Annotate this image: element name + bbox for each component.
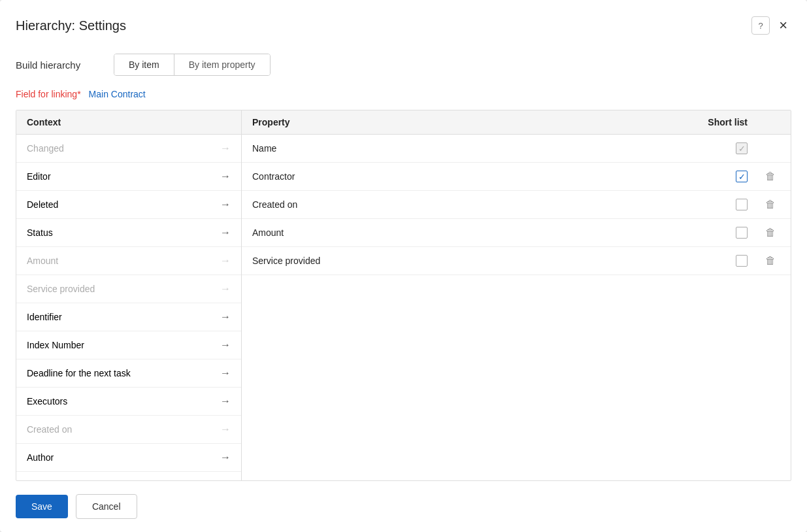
right-panel: Property Short list Name ✓ Contractor ✓ … [242, 110, 791, 480]
context-item: Service provided → [16, 275, 241, 303]
context-item[interactable]: Deleted → [16, 191, 241, 219]
save-button[interactable]: Save [16, 495, 68, 518]
delete-icon[interactable]: 🗑 [765, 255, 776, 267]
checkbox-area [682, 255, 761, 267]
col-shortlist-header: Short list [676, 117, 780, 127]
cancel-button[interactable]: Cancel [76, 494, 137, 519]
shortlist-checkbox: ✓ [736, 142, 748, 154]
arrow-icon: → [220, 339, 231, 351]
arrow-icon: → [220, 283, 231, 295]
arrow-icon: → [220, 395, 231, 407]
context-item-label: Executors [27, 396, 67, 407]
context-item-label: Editor [27, 171, 51, 182]
tab-group: By item By item property [114, 54, 271, 76]
right-panel-header: Property Short list [242, 110, 791, 135]
context-item-label: Identifier [27, 312, 62, 322]
context-item-label: Deleted [27, 199, 58, 210]
context-item-label: Amount [27, 256, 58, 266]
checkbox-area: ✓ [682, 142, 761, 154]
context-item-label: Service provided [27, 284, 95, 294]
build-hierarchy-label: Build hierarchy [16, 59, 101, 71]
context-item-label: Status [27, 227, 53, 238]
delete-icon[interactable]: 🗑 [765, 171, 776, 182]
delete-area: 🗑 [761, 255, 780, 267]
context-item-label: Deadline for the next task [27, 368, 131, 378]
field-linking-value[interactable]: Main Contract [89, 89, 146, 99]
context-item[interactable]: Editor → [16, 163, 241, 191]
property-row: Amount 🗑 [242, 219, 791, 247]
dialog-header: Hierarchy: Settings ? × [16, 16, 791, 35]
delete-area: 🗑 [761, 171, 780, 182]
context-item: Created on → [16, 416, 241, 444]
property-row: Contractor ✓ 🗑 [242, 163, 791, 191]
property-name: Amount [252, 227, 682, 238]
shortlist-checkbox[interactable]: ✓ [736, 171, 748, 182]
checkbox-area [682, 199, 761, 210]
footer: Save Cancel [16, 494, 791, 519]
arrow-icon: → [220, 452, 231, 463]
delete-icon[interactable]: 🗑 [765, 199, 776, 210]
context-item[interactable]: Deadline for the next task → [16, 359, 241, 388]
property-name: Created on [252, 199, 682, 210]
property-list: Name ✓ Contractor ✓ 🗑 Created on 🗑 [242, 135, 791, 480]
property-row: Created on 🗑 [242, 191, 791, 219]
arrow-icon: → [220, 171, 231, 182]
arrow-icon: → [220, 311, 231, 323]
header-actions: ? × [751, 16, 791, 35]
field-linking-row: Field for linking* Main Contract [16, 89, 791, 99]
property-row: Name ✓ [242, 135, 791, 163]
delete-area: 🗑 [761, 199, 780, 210]
arrow-icon: → [220, 142, 231, 154]
property-name: Service provided [252, 256, 682, 266]
delete-icon[interactable]: 🗑 [765, 227, 776, 239]
tab-by-item[interactable]: By item [114, 54, 174, 75]
arrow-icon: → [220, 424, 231, 435]
checkbox-area [682, 227, 761, 239]
context-item-label: Created on [27, 424, 72, 435]
delete-area: 🗑 [761, 227, 780, 239]
arrow-icon: → [220, 367, 231, 379]
arrow-icon: → [220, 199, 231, 210]
help-button[interactable]: ? [751, 16, 770, 35]
close-button[interactable]: × [775, 16, 791, 35]
field-linking-label: Field for linking* [16, 89, 81, 99]
property-name: Contractor [252, 171, 682, 182]
context-item-label: Changed [27, 143, 64, 154]
shortlist-checkbox[interactable] [736, 255, 748, 267]
context-item: Changed → [16, 135, 241, 163]
arrow-icon: → [220, 255, 231, 267]
context-item: Amount → [16, 247, 241, 275]
tab-by-item-property[interactable]: By item property [174, 54, 270, 75]
left-panel-list: Changed → Editor → Deleted → Status → Am… [16, 135, 241, 480]
context-item[interactable]: Identifier → [16, 303, 241, 331]
property-row: Service provided 🗑 [242, 247, 791, 275]
shortlist-checkbox[interactable] [736, 199, 748, 210]
checkbox-area: ✓ [682, 171, 761, 182]
context-item[interactable]: Index Number → [16, 331, 241, 359]
context-item-label: Author [27, 452, 54, 463]
col-property-header: Property [252, 117, 676, 127]
arrow-icon: → [220, 227, 231, 239]
shortlist-checkbox[interactable] [736, 227, 748, 239]
left-panel-header: Context [16, 110, 241, 135]
property-name: Name [252, 143, 682, 154]
content-area: Context Changed → Editor → Deleted → Sta… [16, 110, 791, 481]
context-item[interactable]: Author → [16, 444, 241, 472]
context-item-label: Index Number [27, 340, 84, 350]
dialog-title: Hierarchy: Settings [16, 18, 126, 33]
build-hierarchy-row: Build hierarchy By item By item property [16, 54, 791, 76]
context-item[interactable]: Status → [16, 219, 241, 247]
left-panel: Context Changed → Editor → Deleted → Sta… [16, 110, 242, 480]
context-item[interactable]: Executors → [16, 388, 241, 416]
dialog: Hierarchy: Settings ? × Build hierarchy … [0, 0, 807, 532]
